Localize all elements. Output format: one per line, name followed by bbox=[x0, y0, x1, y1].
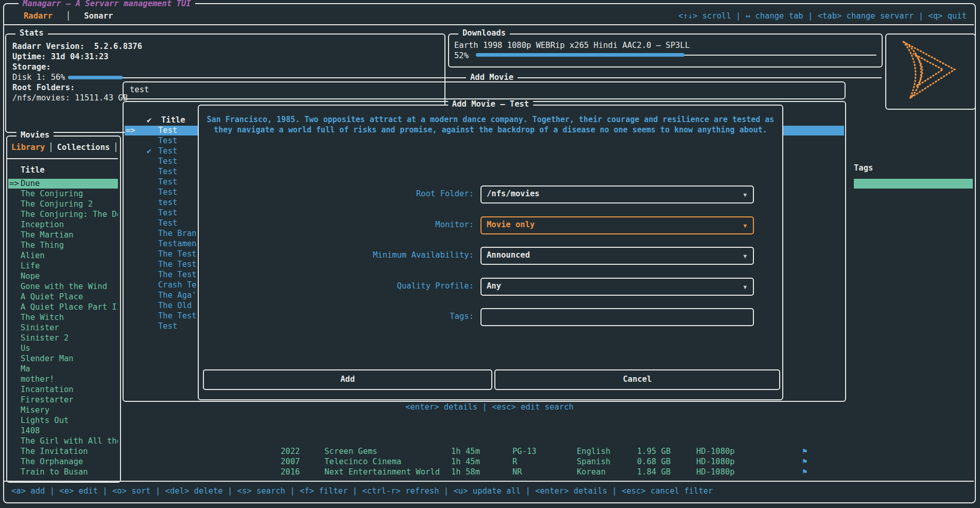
stats-storage-label: Storage: bbox=[12, 62, 51, 72]
movie-list-item[interactable]: Misery bbox=[8, 405, 118, 415]
movie-search-input[interactable] bbox=[129, 84, 816, 95]
field-minimum-availability-select[interactable]: Announced▼ bbox=[480, 247, 754, 265]
movie-list-item[interactable]: A Quiet Place bbox=[8, 292, 118, 302]
top-keybindings: <↑↓> scroll | ↔ change tab | <tab> chang… bbox=[678, 11, 967, 21]
tab-separator: │ bbox=[113, 143, 118, 152]
cell-size: 1.95 GB bbox=[637, 447, 670, 456]
movie-title: Sinister bbox=[21, 323, 59, 333]
version-label: Radarr Version: bbox=[12, 42, 84, 51]
movie-list-item[interactable]: Sinister 2 bbox=[8, 333, 118, 343]
movie-list-item[interactable]: Slender Man bbox=[8, 354, 118, 364]
movie-list-item[interactable]: Life bbox=[8, 261, 118, 271]
managarr-screen: Managarr – A Servarr management TUI Rada… bbox=[0, 0, 980, 508]
movie-list-item[interactable]: The Conjuring: The De bbox=[8, 210, 118, 219]
table-row[interactable]: 2016Next Entertainment World1h 58mNRKore… bbox=[0, 467, 980, 477]
table-row[interactable]: 2007Telecinco Cinema1h 45mRSpanish0.68 G… bbox=[0, 457, 980, 467]
dropdown-arrow-icon: ▼ bbox=[743, 190, 747, 200]
table-row[interactable]: 2022Screen Gems1h 45mPG-13English1.95 GB… bbox=[0, 447, 980, 456]
field-value: /nfs/movies bbox=[487, 189, 540, 199]
movie-title: Incantation bbox=[21, 385, 74, 395]
movie-overview-line2: they navigate a world full of risks and … bbox=[199, 125, 782, 135]
cell-size: 1.84 GB bbox=[637, 467, 670, 477]
movie-list-item[interactable]: Ma bbox=[8, 364, 118, 374]
modal-title: Add Movie – Test bbox=[448, 99, 533, 109]
field-tags-input[interactable] bbox=[480, 308, 754, 326]
tab-library[interactable]: Library bbox=[11, 143, 45, 152]
movie-title: A Quiet Place Part II bbox=[21, 302, 118, 312]
cell-rating: NR bbox=[512, 467, 522, 477]
movie-title: Firestarter bbox=[21, 395, 74, 405]
result-title: Testamen bbox=[158, 239, 197, 249]
movie-list-item[interactable]: Gone with the Wind bbox=[8, 282, 118, 292]
movie-list-item[interactable]: =>Dune bbox=[8, 179, 118, 189]
movie-list-item[interactable]: The Martian bbox=[8, 230, 118, 240]
tab-sonarr[interactable]: Sonarr bbox=[84, 11, 113, 21]
movie-list-item[interactable]: The Girl with All the bbox=[8, 436, 118, 446]
stats-disk: Disk 1: 56% bbox=[12, 73, 65, 82]
movie-list-item[interactable]: Sinister bbox=[8, 323, 118, 333]
result-title: Test bbox=[158, 126, 177, 136]
movie-title: Misery bbox=[21, 405, 49, 415]
download-progress-bar bbox=[476, 53, 876, 57]
movie-title: Gone with the Wind bbox=[21, 282, 107, 292]
cell-language: English bbox=[577, 447, 610, 456]
result-title: Test bbox=[158, 208, 177, 218]
movie-list-item[interactable]: The Thing bbox=[8, 241, 118, 250]
movie-list-item[interactable]: Lights Out bbox=[8, 416, 118, 426]
movie-list-item[interactable]: Inception bbox=[8, 220, 118, 230]
field-monitor-select[interactable]: Movie only▼ bbox=[480, 216, 754, 234]
field-label-minimum-availability: Minimum Availability: bbox=[199, 250, 474, 260]
progress-fill bbox=[476, 53, 684, 57]
movie-list-item[interactable]: The Conjuring bbox=[8, 189, 118, 199]
downloads-panel: Downloads Earth 1998 1080p WEBRip x265 H… bbox=[448, 33, 883, 67]
cell-year: 2016 bbox=[281, 467, 300, 477]
movie-title: The Thing bbox=[21, 241, 64, 250]
movie-title: Life bbox=[21, 261, 40, 271]
movie-title: The Witch bbox=[21, 313, 64, 323]
movie-list-item[interactable]: The Witch bbox=[8, 313, 118, 323]
add-button[interactable]: Add bbox=[203, 369, 492, 390]
tab-radarr[interactable]: Radarr bbox=[24, 11, 53, 21]
field-quality-profile-select[interactable]: Any▼ bbox=[480, 278, 754, 296]
radarr-logo-icon bbox=[895, 39, 965, 101]
download-item-title[interactable]: Earth 1998 1080p WEBRip x265 Hindi AAC2.… bbox=[454, 41, 690, 50]
cell-studio: Next Entertainment World bbox=[324, 467, 440, 477]
stats-panel-title: Stats bbox=[15, 28, 48, 38]
cell-runtime: 1h 45m bbox=[451, 447, 480, 456]
movie-title: The Conjuring bbox=[21, 189, 83, 199]
version-value: 5.2.6.8376 bbox=[94, 42, 142, 51]
topbar-divider bbox=[3, 24, 974, 25]
field-root-folder-select[interactable]: /nfs/movies▼ bbox=[480, 185, 754, 204]
app-title: Managarr – A Servarr management TUI bbox=[19, 0, 195, 9]
movie-list-item[interactable]: A Quiet Place Part II bbox=[8, 302, 118, 312]
dropdown-arrow-icon: ▼ bbox=[743, 221, 747, 231]
movie-list-item[interactable]: The Conjuring 2 bbox=[8, 199, 118, 209]
result-title: Crash Te bbox=[158, 280, 197, 290]
movie-list-item[interactable]: Alien bbox=[8, 251, 118, 261]
movie-title: 1408 bbox=[21, 426, 40, 436]
stats-version: Radarr Version: 5.2.6.8376 bbox=[12, 42, 142, 52]
movie-title: A Quiet Place bbox=[21, 292, 83, 302]
tab-collections[interactable]: Collections bbox=[57, 143, 110, 152]
result-title: Test bbox=[158, 188, 177, 197]
cell-size: 0.68 GB bbox=[637, 457, 670, 467]
movie-list-item[interactable]: Us bbox=[8, 344, 118, 353]
field-value: Announced bbox=[487, 250, 530, 260]
disk-percent: 56% bbox=[51, 73, 65, 82]
tags-column-header: Tags bbox=[854, 163, 873, 173]
library-column-title: Title bbox=[21, 165, 45, 175]
movie-title: mother! bbox=[21, 375, 54, 384]
results-header-check-icon: ✔ bbox=[147, 115, 151, 125]
movie-list-item[interactable]: Incantation bbox=[8, 385, 118, 395]
movie-list-item[interactable]: Nope bbox=[8, 272, 118, 281]
field-label-monitor: Monitor: bbox=[199, 220, 474, 230]
movie-title: Slender Man bbox=[21, 354, 74, 364]
movie-list-item[interactable]: Firestarter bbox=[8, 395, 118, 405]
result-title: Test bbox=[158, 321, 177, 331]
movie-title: The Martian bbox=[21, 230, 74, 240]
cell-studio: Screen Gems bbox=[324, 447, 377, 456]
movie-list-item[interactable]: 1408 bbox=[8, 426, 118, 436]
movie-list-item[interactable]: mother! bbox=[8, 375, 118, 384]
cancel-button[interactable]: Cancel bbox=[494, 369, 780, 390]
flag-icon: ⚑ bbox=[802, 447, 807, 456]
